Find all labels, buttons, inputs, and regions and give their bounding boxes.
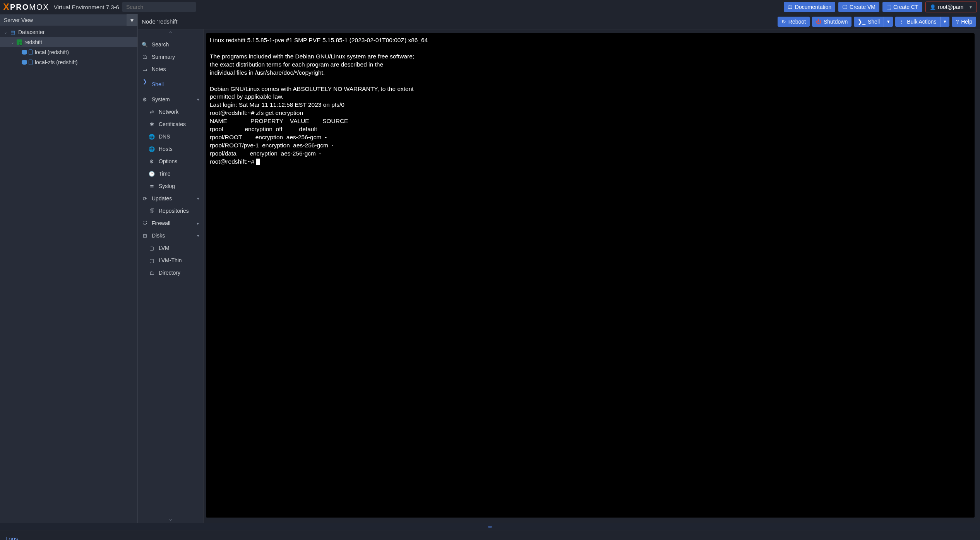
undo-icon: ↻ (781, 19, 786, 25)
menu-item-certificates[interactable]: ✱Certificates (138, 118, 203, 130)
menu-item-hosts[interactable]: 🌐Hosts (138, 143, 203, 155)
menu-item-network[interactable]: ⇄Network (138, 106, 203, 118)
database-icon (22, 50, 27, 55)
chevron-down-icon[interactable]: ▾ (127, 14, 137, 26)
square-icon: ▢ (149, 245, 155, 251)
tree-view-select[interactable]: Server View ▾ (0, 14, 137, 26)
files-icon: 🗐 (149, 208, 155, 214)
menu-item-label: Certificates (159, 121, 186, 127)
menu-item-label: Hosts (159, 146, 173, 152)
terminal-line: Debian GNU/Linux comes with ABSOLUTELY N… (210, 85, 414, 92)
content-subheader: Node 'redshift' ↻Reboot ⏻Shutdown ❯_Shel… (138, 14, 980, 29)
bulk-actions-button[interactable]: ⋮Bulk Actions (895, 17, 940, 27)
menu-item-firewall[interactable]: 🛡Firewall▸ (138, 217, 203, 229)
terminal[interactable]: Linux redshift 5.15.85-1-pve #1 SMP PVE … (206, 33, 975, 518)
globe-icon: 🌐 (149, 146, 155, 152)
create-ct-button[interactable]: ⬚Create CT (882, 2, 922, 12)
tree-item-storage-local[interactable]: local (redshift) (0, 47, 137, 57)
scroll-down-icon[interactable]: ⌄ (138, 514, 203, 523)
documentation-button[interactable]: 🕮Documentation (784, 2, 835, 12)
top-header: X PROMOX Virtual Environment 7.3-6 🕮Docu… (0, 0, 980, 14)
menu-item-disks[interactable]: ⊟Disks▾ (138, 229, 203, 242)
terminal-icon: ❯_ (142, 79, 148, 90)
menu-item-time[interactable]: 🕑Time (138, 167, 203, 180)
caret-right-icon: ▸ (197, 221, 199, 226)
tree-view-label: Server View (0, 15, 127, 26)
shield-icon: 🛡 (142, 220, 148, 226)
certificate-icon: ✱ (149, 121, 155, 127)
square-outline-icon: ▢ (149, 258, 155, 263)
terminal-line: the exact distribution terms for each pr… (210, 61, 383, 68)
menu-item-system[interactable]: ⚙System▾ (138, 93, 203, 106)
shell-button[interactable]: ❯_Shell (854, 17, 884, 27)
tree-item-label: local-zfs (redshift) (35, 59, 77, 65)
terminal-line: rpool/data encryption aes-256-gcm - (210, 150, 321, 157)
bulk-actions-dropdown-button[interactable]: ▾ (940, 17, 949, 27)
scroll-up-icon[interactable]: ⌃ (138, 29, 203, 38)
cursor-icon (256, 159, 260, 165)
documentation-label: Documentation (795, 4, 831, 10)
logs-link[interactable]: Logs (5, 535, 18, 540)
shell-dropdown-button[interactable]: ▾ (884, 17, 893, 27)
user-button[interactable]: 👤root@pam▼ (925, 2, 977, 12)
menu-item-label: Updates (152, 195, 172, 202)
logo: X PROMOX (3, 2, 49, 12)
globe-icon: 🌐 (149, 134, 155, 140)
menu-item-options[interactable]: ⚙Options (138, 155, 203, 167)
menu-item-label: Shell (152, 81, 164, 87)
menu-item-summary[interactable]: 🕮Summary (138, 51, 203, 63)
search-icon: 🔍 (142, 42, 148, 48)
create-vm-button[interactable]: 🖵Create VM (838, 2, 879, 12)
menu-item-label: System (152, 96, 170, 103)
shutdown-button[interactable]: ⏻Shutdown (812, 17, 852, 27)
user-icon: 👤 (930, 4, 936, 10)
reboot-button[interactable]: ↻Reboot (778, 17, 810, 27)
menu-item-updates[interactable]: ⟳Updates▾ (138, 192, 203, 205)
tree-item-label: Datacenter (18, 29, 45, 35)
shell-label: Shell (868, 19, 880, 25)
reboot-label: Reboot (788, 19, 806, 25)
menu-item-notes[interactable]: ▭Notes (138, 63, 203, 75)
menu-item-label: LVM-Thin (159, 257, 182, 263)
menu-item-lvm[interactable]: ▢LVM (138, 242, 203, 254)
side-menu: ⌃ 🔍Search 🕮Summary ▭Notes ❯_Shell ⚙Syste… (138, 29, 204, 523)
hdd-icon: ⊟ (142, 233, 148, 239)
book-icon: 🕮 (788, 4, 793, 10)
menu-item-syslog[interactable]: ≣Syslog (138, 180, 203, 192)
menu-item-label: DNS (159, 133, 170, 140)
tree-item-storage-local-zfs[interactable]: local-zfs (redshift) (0, 57, 137, 67)
env-label: Virtual Environment 7.3-6 (54, 4, 119, 10)
menu-item-label: Firewall (152, 220, 170, 226)
menu-item-repositories[interactable]: 🗐Repositories (138, 205, 203, 217)
gear-icon: ⚙ (149, 159, 155, 164)
bulk-actions-label: Bulk Actions (907, 19, 936, 25)
list-icon: ≣ (149, 183, 155, 189)
logo-text: PROMOX (10, 3, 49, 12)
terminal-line: The programs included with the Debian GN… (210, 53, 414, 60)
help-button[interactable]: ?Help (952, 17, 976, 27)
menu-item-dns[interactable]: 🌐DNS (138, 130, 203, 143)
menu-item-label: Syslog (159, 183, 175, 189)
tree-item-label: local (redshift) (35, 49, 69, 55)
terminal-line: rpool/ROOT encryption aes-256-gcm - (210, 134, 327, 140)
terminal-prompt: root@redshift:~# (210, 158, 256, 165)
disk-icon (29, 60, 33, 65)
chevron-down-icon: ▼ (969, 5, 973, 9)
tree-body: ⌄ Datacenter ⌄ redshift local (redshift)… (0, 26, 137, 523)
menu-item-search[interactable]: 🔍Search (138, 38, 203, 51)
menu-item-shell[interactable]: ❯_Shell (138, 75, 203, 93)
menu-item-label: Repositories (159, 208, 189, 214)
search-input[interactable] (122, 2, 196, 12)
page-title: Node 'redshift' (142, 18, 178, 25)
chevron-down-icon: ▾ (887, 19, 890, 24)
tree-item-datacenter[interactable]: ⌄ Datacenter (0, 27, 137, 37)
create-vm-label: Create VM (850, 4, 875, 10)
menu-item-directory[interactable]: 🗀Directory (138, 267, 203, 279)
terminal-line: individual files in /usr/share/doc/*/cop… (210, 69, 325, 76)
menu-item-label: Summary (152, 54, 175, 60)
splitter-handle[interactable]: ▾▾ (488, 525, 492, 529)
menu-item-lvm-thin[interactable]: ▢LVM-Thin (138, 254, 203, 267)
tree-item-node-redshift[interactable]: ⌄ redshift (0, 37, 137, 47)
database-icon (22, 60, 27, 65)
folder-icon: 🗀 (149, 270, 155, 276)
